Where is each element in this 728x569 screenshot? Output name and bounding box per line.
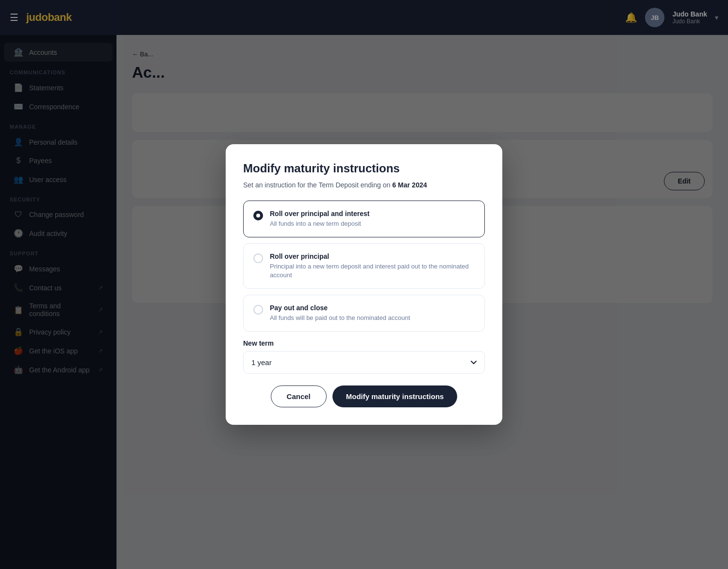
option-3-label: Pay out and close: [270, 304, 410, 312]
option-1-label: Roll over principal and interest: [270, 210, 369, 218]
option-roll-principal-interest[interactable]: Roll over principal and interest All fun…: [243, 201, 485, 237]
radio-button-1[interactable]: [253, 211, 263, 220]
modal-actions: Cancel Modify maturity instructions: [243, 385, 485, 407]
option-roll-principal[interactable]: Roll over principal Principal into a new…: [243, 243, 485, 289]
option-3-text: Pay out and close All funds will be paid…: [270, 304, 410, 322]
modal-date: 6 Mar 2024: [392, 181, 427, 189]
new-term-select[interactable]: 1 year 6 months 3 months 12 months 2 yea…: [243, 351, 485, 374]
modal-overlay: Modify maturity instructions Set an inst…: [0, 0, 728, 569]
new-term-label: New term: [243, 339, 485, 347]
confirm-button[interactable]: Modify maturity instructions: [332, 385, 458, 407]
cancel-button[interactable]: Cancel: [271, 385, 327, 407]
maturity-modal: Modify maturity instructions Set an inst…: [226, 144, 502, 425]
option-2-text: Roll over principal Principal into a new…: [270, 252, 475, 280]
option-2-desc: Principal into a new term deposit and in…: [270, 262, 475, 280]
option-pay-out-close[interactable]: Pay out and close All funds will be paid…: [243, 295, 485, 332]
radio-button-2[interactable]: [253, 253, 263, 263]
radio-button-3[interactable]: [253, 305, 263, 315]
modal-subtitle: Set an instruction for the Term Deposit …: [243, 181, 485, 189]
option-3-desc: All funds will be paid out to the nomina…: [270, 314, 410, 322]
option-1-text: Roll over principal and interest All fun…: [270, 210, 369, 228]
option-2-label: Roll over principal: [270, 252, 475, 260]
option-1-desc: All funds into a new term deposit: [270, 219, 369, 228]
modal-title: Modify maturity instructions: [243, 162, 485, 175]
